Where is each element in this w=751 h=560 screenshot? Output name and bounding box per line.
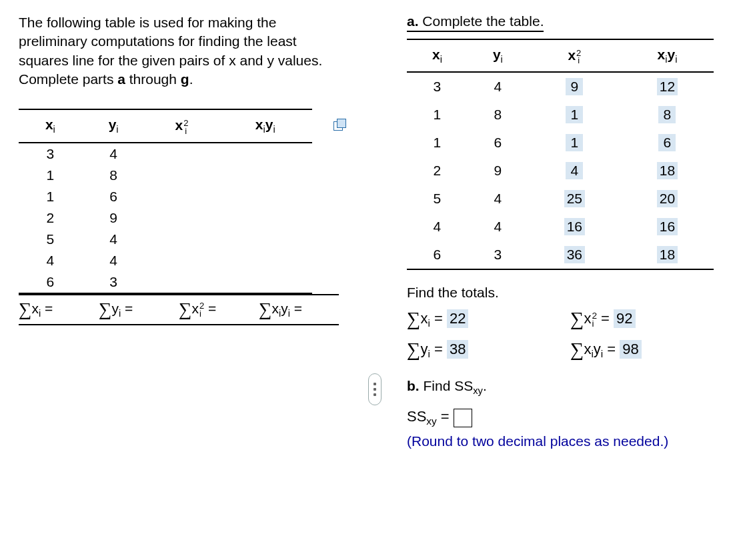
cell-y: 4 [468,72,528,101]
sigma-icon: ∑ [570,339,584,360]
sigma-icon: ∑ [179,299,191,319]
table-row: 441616 [407,213,714,241]
cell-y: 6 [82,186,145,207]
col-header-yi: yi [468,39,528,72]
cell-xy: 12 [621,72,714,101]
problem-prompt: The following table is used for making t… [19,13,339,89]
answer-value: 38 [447,340,468,359]
popout-icon[interactable] [333,119,345,129]
col-header-xi: xi [19,109,82,142]
cell-x: 6 [407,241,468,269]
eq: = [125,301,133,316]
table-row: 18 [19,165,312,186]
table-row: 1616 [407,129,714,157]
sum-xiyi: ∑xiyi = [259,299,339,320]
total-sum-xiyi: ∑xiyi = 98 [570,339,734,361]
cell-x2: 9 [528,72,621,101]
answer-value: 18 [657,162,678,179]
cell-y: 9 [468,157,528,185]
part-b-sub: xy [473,385,483,396]
answer-value: 92 [614,309,635,328]
cell-x: 2 [407,157,468,185]
table-row: 542520 [407,185,714,213]
answer-value: 8 [658,106,676,123]
xi2-base: x [175,117,183,133]
total-sum-yi: ∑yi = 38 [407,339,570,361]
cell-y: 3 [82,271,145,293]
part-a-text: Complete the table. [419,13,544,29]
cell-y: 3 [468,241,528,269]
cell-x: 5 [19,229,82,250]
table-row: 29 [19,207,312,229]
ssxy-eq: = [437,408,454,425]
prompt-text-2: through [125,71,181,87]
sum-xi2: ∑x2i = [179,299,259,320]
cell-y: 4 [82,250,145,271]
eq: = [294,301,302,316]
sigma-icon: ∑ [19,299,31,319]
right-panel: a. Complete the table. xi yi x2i xiyi 34… [407,13,734,450]
ssxy-input[interactable] [454,409,472,427]
ssxy-label: SS [407,408,426,425]
part-b-text: Find SS [420,378,474,393]
xi-base: x [45,117,53,132]
xi-sub: i [53,125,55,135]
answer-value: 6 [658,134,676,151]
cell-xy [218,143,312,165]
cell-x: 6 [19,271,82,293]
sum-yi: ∑yi = [99,299,179,320]
cell-y: 6 [468,129,528,157]
col-header-xi: xi [407,39,468,72]
cell-y: 8 [82,165,145,186]
table-row: 54 [19,229,312,250]
rounding-note: (Round to two decimal places as needed.) [407,432,734,450]
ssxy-sub: xy [426,416,436,427]
cell-x: 3 [19,143,82,165]
prompt-bold-g: g [181,71,189,87]
total-sum-xi2: ∑x2i = 92 [570,309,734,330]
yi-base: y [109,117,117,132]
table-row: 29418 [407,157,714,185]
answer-value: 18 [657,246,678,263]
answer-value: 98 [620,340,641,359]
eq: = [208,301,216,316]
left-sums-row: ∑xi = ∑yi = ∑x2i = ∑xiyi = [19,294,339,325]
table-row: 34912 [407,72,714,101]
cell-x2 [145,143,218,165]
table-row: 63 [19,271,312,293]
table-row: 44 [19,250,312,271]
col-header-xi2: x2i [528,39,621,72]
part-b-label: b. [407,378,420,393]
answer-value: 1 [566,106,583,123]
answer-value: 16 [657,218,678,235]
cell-x: 1 [19,186,82,207]
yi-sub: i [116,125,118,135]
ssxy-equation: SSxy = [407,408,734,427]
prompt-text-3: . [189,71,193,87]
sum-xi: ∑xi = [19,299,99,320]
cell-y: 9 [82,207,145,229]
find-totals-text: Find the totals. [407,285,734,301]
part-a-heading: a. Complete the table. [407,13,544,32]
cell-y: 8 [468,101,528,129]
sigma-icon: ∑ [259,299,271,319]
answer-value: 22 [447,309,468,328]
left-data-table: xi yi x2i xiyi 34 18 16 29 54 44 63 [19,109,312,293]
xiyi-yi-sub: i [273,125,275,135]
table-row: 1818 [407,101,714,129]
xi2-supsub: 2i [183,119,188,135]
left-panel: The following table is used for making t… [19,13,339,325]
answer-value: 16 [564,218,585,235]
cell-x: 3 [407,72,468,101]
cell-y: 4 [468,213,528,241]
panel-divider-handle[interactable] [368,373,382,405]
cell-x: 4 [407,213,468,241]
part-a-label: a. [407,13,419,29]
prompt-bold-a: a [117,71,125,87]
cell-x: 2 [19,207,82,229]
xiyi-x: x [255,117,263,132]
sigma-icon: ∑ [570,309,584,329]
answer-value: 4 [566,162,583,179]
part-b-heading: b. Find SSxy. [407,378,734,396]
cell-x: 5 [407,185,468,213]
